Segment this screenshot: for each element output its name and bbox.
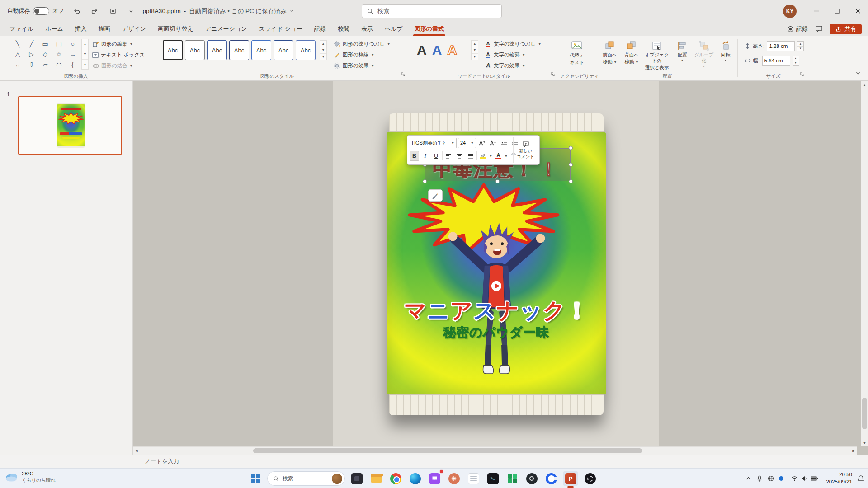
edit-shape-button[interactable]: 図形の編集 ▼ — [92, 40, 142, 48]
notes-placeholder[interactable]: ノートを入力 — [145, 458, 179, 465]
line-diagonal-icon[interactable]: ╱ — [29, 41, 33, 47]
tab-review[interactable]: 校閲 — [332, 22, 355, 36]
rotate-button[interactable]: 回転 ▼ — [715, 38, 736, 70]
undo-icon[interactable] — [71, 6, 82, 17]
vertical-scroll-thumb[interactable] — [862, 398, 867, 429]
shape-effects-button[interactable]: 図形の効果 ▼ — [334, 61, 401, 70]
text-fill-button[interactable]: A 文字の塗りつぶし ▼ — [485, 40, 552, 48]
selection-handle[interactable] — [569, 179, 573, 183]
shape-style-chip[interactable]: Abc — [163, 40, 183, 60]
arrow-right-icon[interactable]: → — [70, 51, 76, 57]
text-box-button[interactable]: テキスト ボックス — [92, 51, 142, 59]
styles-up-icon[interactable]: ▲ — [320, 41, 326, 47]
shape-style-chip[interactable]: Abc — [207, 40, 227, 60]
down-arrow-icon[interactable]: ⇩ — [29, 61, 34, 68]
dark-circle-app-icon[interactable] — [582, 471, 598, 486]
tab-transitions[interactable]: 画面切り替え — [152, 22, 199, 36]
underline-button[interactable]: U — [431, 151, 441, 161]
wordart-more-icon[interactable]: ▼ — [472, 53, 478, 60]
horizontal-scroll-thumb[interactable] — [253, 448, 642, 453]
parallelogram-icon[interactable]: ▱ — [43, 61, 48, 68]
status-dot-icon[interactable] — [779, 476, 783, 481]
text-outline-button[interactable]: A 文字の輪郭 ▼ — [485, 51, 552, 59]
wordart-style-blue[interactable]: A — [432, 43, 442, 57]
text-effects-button[interactable]: A 文字の効果 ▼ — [485, 61, 552, 70]
terminal-icon[interactable]: >_ — [485, 471, 500, 486]
selection-handle[interactable] — [423, 179, 427, 183]
merge-shapes-button[interactable]: 図形の結合 ▼ — [92, 61, 142, 70]
selection-handle[interactable] — [569, 146, 573, 150]
collapse-ribbon-icon[interactable] — [855, 70, 861, 78]
redo-icon[interactable] — [90, 6, 100, 17]
triangle-icon[interactable]: △ — [15, 51, 20, 57]
increase-font-button[interactable] — [477, 138, 487, 148]
alt-text-button[interactable]: 代替テ キスト — [560, 36, 594, 66]
tab-record[interactable]: 記録 — [308, 22, 332, 36]
oval-icon[interactable]: ○ — [71, 41, 75, 47]
gallery-down-icon[interactable]: ▼ — [82, 49, 88, 59]
scroll-left-icon[interactable]: ◀ — [133, 447, 140, 455]
highlight-color-button[interactable] — [478, 151, 488, 161]
titlebar-search[interactable]: 検索 — [362, 4, 502, 18]
slide-canvas[interactable]: 中毒注意！！ ガンギマリ！ — [133, 81, 857, 446]
new-comment-button[interactable]: 新しい コメント — [513, 137, 538, 163]
group-objects-button[interactable]: グループ化 ▼ — [693, 38, 715, 70]
claude-icon[interactable] — [446, 471, 462, 486]
tab-shape-format[interactable]: 図形の書式 — [409, 22, 450, 36]
flavor-textbox[interactable]: 秘密のパウダー味 — [387, 324, 606, 341]
selection-pane-button[interactable]: オブジェクトの 選択と表示 — [642, 38, 671, 70]
file-status[interactable]: 自動回復済み • この PC に保存済み — [189, 7, 287, 15]
arc-icon[interactable]: ◠ — [56, 61, 61, 68]
align-justify-icon[interactable] — [466, 151, 475, 161]
decrease-indent-icon[interactable] — [499, 138, 509, 148]
microphone-icon[interactable] — [756, 475, 763, 482]
double-arrow-icon[interactable]: ↔ — [14, 61, 21, 68]
qat-dropdown-icon[interactable] — [126, 6, 137, 17]
character-illustration[interactable] — [446, 211, 547, 379]
green-blocks-icon[interactable] — [505, 471, 520, 486]
tab-help[interactable]: ヘルプ — [379, 22, 409, 36]
diamond-icon[interactable]: ◇ — [43, 51, 48, 57]
close-button[interactable] — [847, 0, 868, 22]
shape-width-input[interactable] — [762, 56, 790, 66]
align-left-icon[interactable] — [444, 151, 453, 161]
tab-file[interactable]: ファイル — [4, 22, 39, 36]
scroll-right-icon[interactable]: ▶ — [850, 447, 857, 455]
width-spinner[interactable]: ▲▼ — [793, 56, 799, 66]
minimize-button[interactable] — [806, 0, 826, 22]
wordart-down-icon[interactable]: ▼ — [472, 47, 478, 53]
globe-icon[interactable] — [768, 475, 774, 482]
wordart-up-icon[interactable]: ▲ — [472, 41, 478, 47]
scroll-up-icon[interactable]: ▲ — [861, 81, 868, 89]
shape-style-chip[interactable]: Abc — [185, 40, 205, 60]
right-triangle-icon[interactable]: ▷ — [29, 51, 34, 57]
vertical-scrollbar[interactable]: ▲ ▼ — [861, 81, 868, 446]
styles-down-icon[interactable]: ▼ — [320, 47, 326, 53]
chevron-down-icon[interactable]: ▼ — [489, 155, 492, 158]
height-spinner[interactable]: ▲▼ — [797, 41, 804, 51]
decrease-font-button[interactable] — [488, 138, 498, 148]
italic-button[interactable]: I — [420, 151, 430, 161]
taskbar-search[interactable]: 検索 — [267, 471, 345, 486]
dark-round-app-icon[interactable] — [524, 471, 539, 486]
tab-animations[interactable]: アニメーション — [199, 22, 253, 36]
shape-style-chip[interactable]: Abc — [229, 40, 249, 60]
send-backward-button[interactable]: 背面へ 移動 ▼ — [621, 38, 642, 70]
maximize-button[interactable] — [826, 0, 847, 22]
shape-fill-button[interactable]: 図形の塗りつぶし ▼ — [334, 40, 401, 48]
scroll-down-icon[interactable]: ▼ — [861, 439, 868, 446]
rounded-rectangle-icon[interactable]: ▢ — [56, 41, 62, 47]
autosave-toggle[interactable]: 自動保存 オフ — [7, 7, 64, 15]
font-size-combo[interactable]: 24 ▼ — [458, 138, 476, 148]
wordart-style-orange-outline[interactable]: A — [447, 43, 457, 57]
comment-icon[interactable] — [815, 25, 823, 33]
styles-more-icon[interactable]: ▼ — [320, 53, 326, 60]
font-name-combo[interactable]: HGS創英角ｺﾞｼ ▼ — [410, 138, 457, 148]
gallery-up-icon[interactable]: ▲ — [82, 39, 88, 49]
quick-actions-button[interactable] — [428, 189, 443, 202]
slide-thumbnail[interactable] — [18, 96, 122, 155]
dark-app-icon[interactable] — [349, 471, 364, 486]
edge-icon[interactable] — [407, 471, 423, 486]
align-center-icon[interactable] — [455, 151, 464, 161]
brace-icon[interactable]: { — [71, 61, 74, 68]
